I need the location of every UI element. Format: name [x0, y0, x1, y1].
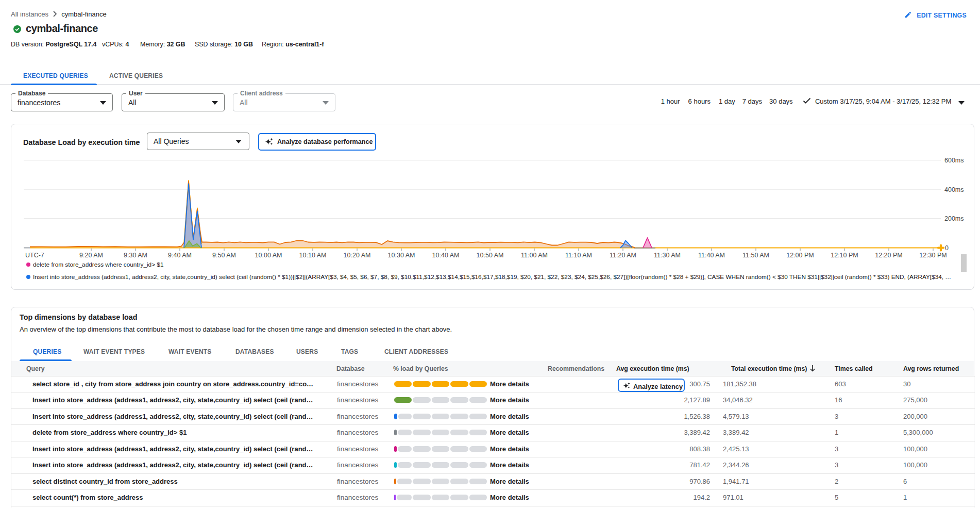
svg-text:10:30 AM: 10:30 AM — [388, 252, 415, 259]
svg-text:10:50 AM: 10:50 AM — [477, 252, 504, 259]
svg-text:11:00 AM: 11:00 AM — [521, 252, 548, 259]
svg-text:11:50 AM: 11:50 AM — [742, 252, 769, 259]
svg-text:9:50 AM: 9:50 AM — [212, 252, 236, 259]
svg-text:0: 0 — [945, 244, 949, 252]
svg-text:UTC-7: UTC-7 — [25, 252, 44, 259]
svg-text:12:30 PM: 12:30 PM — [919, 252, 947, 259]
svg-text:10:40 AM: 10:40 AM — [432, 252, 460, 259]
svg-text:200ms: 200ms — [944, 215, 964, 222]
svg-text:9:30 AM: 9:30 AM — [124, 252, 147, 259]
svg-text:12:10 PM: 12:10 PM — [831, 252, 858, 259]
svg-text:11:30 AM: 11:30 AM — [654, 252, 681, 259]
svg-text:9:20 AM: 9:20 AM — [79, 252, 103, 259]
svg-text:11:20 AM: 11:20 AM — [610, 252, 636, 259]
svg-text:10:00 AM: 10:00 AM — [255, 252, 282, 259]
svg-text:600ms: 600ms — [944, 157, 964, 164]
svg-text:10:10 AM: 10:10 AM — [299, 252, 327, 259]
svg-text:400ms: 400ms — [944, 186, 964, 193]
svg-text:10:20 AM: 10:20 AM — [344, 252, 371, 259]
svg-text:9:40 AM: 9:40 AM — [168, 252, 192, 259]
svg-text:12:00 PM: 12:00 PM — [786, 252, 814, 259]
svg-text:11:10 AM: 11:10 AM — [565, 252, 592, 259]
svg-text:12:20 PM: 12:20 PM — [875, 252, 903, 259]
svg-text:11:40 AM: 11:40 AM — [698, 252, 725, 259]
